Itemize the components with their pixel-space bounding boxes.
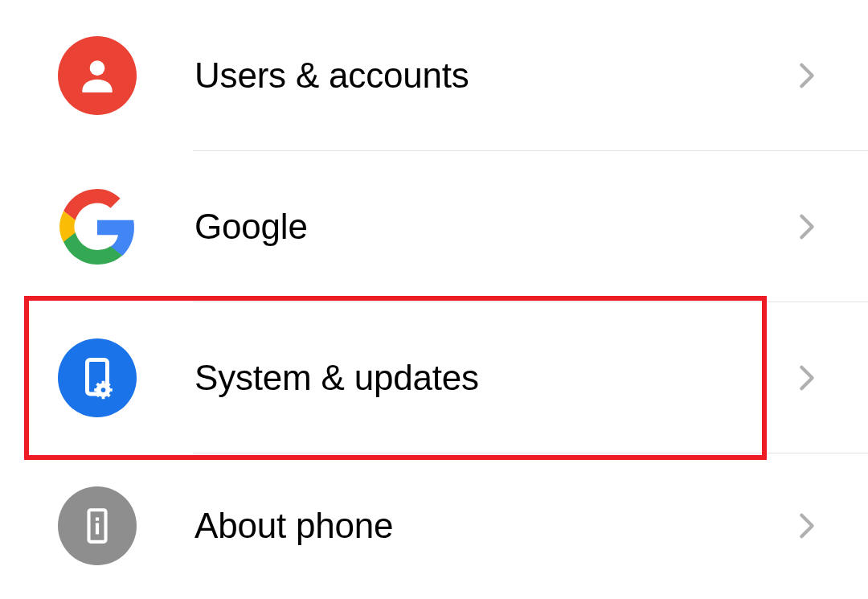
settings-item-about-phone-wrap: About phone [0, 453, 868, 598]
settings-item-users-accounts[interactable]: Users & accounts [0, 0, 868, 151]
settings-item-about-phone[interactable]: About phone [0, 453, 868, 598]
svg-point-3 [101, 388, 106, 392]
person-icon [58, 36, 137, 115]
settings-item-users-accounts-wrap: Users & accounts [0, 0, 868, 151]
settings-item-label: System & updates [194, 358, 799, 398]
google-logo-icon [58, 187, 137, 266]
chevron-right-icon [799, 61, 815, 90]
phone-info-icon [58, 486, 137, 565]
settings-item-google-wrap: Google [0, 151, 868, 302]
chevron-right-icon [799, 511, 815, 540]
settings-item-system-updates[interactable]: System & updates [0, 302, 868, 453]
chevron-right-icon [799, 363, 815, 392]
svg-line-9 [108, 394, 110, 396]
svg-line-8 [97, 384, 100, 386]
settings-list: Users & accounts Google [0, 0, 868, 598]
settings-item-label: About phone [194, 506, 799, 546]
phone-gear-icon [58, 338, 137, 417]
svg-point-0 [90, 60, 105, 76]
settings-item-label: Google [194, 207, 799, 247]
svg-rect-14 [96, 523, 99, 535]
settings-item-label: Users & accounts [194, 55, 799, 96]
svg-rect-13 [96, 518, 99, 521]
settings-item-system-updates-wrap: System & updates [0, 302, 868, 453]
chevron-right-icon [799, 212, 815, 241]
settings-item-google[interactable]: Google [0, 151, 868, 302]
svg-line-10 [97, 394, 100, 396]
svg-line-11 [108, 384, 110, 386]
